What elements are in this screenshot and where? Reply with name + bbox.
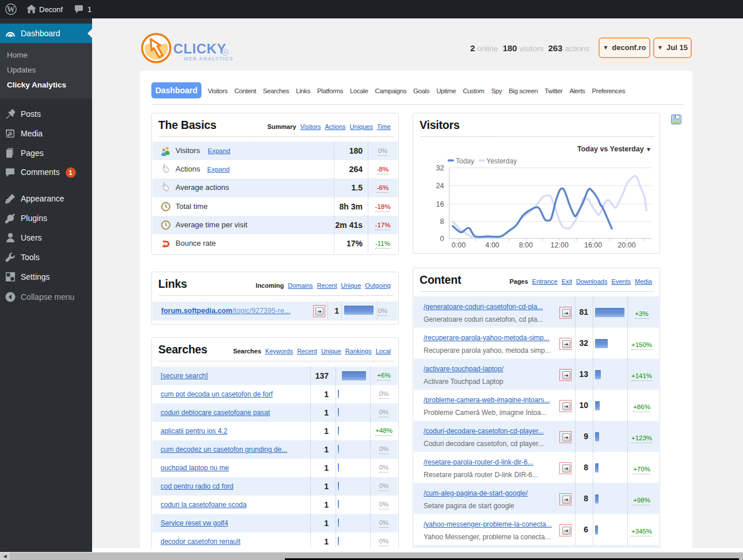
svg-text:0:00: 0:00	[452, 241, 466, 249]
svg-text:16:00: 16:00	[584, 241, 602, 249]
svg-text:32: 32	[436, 164, 444, 172]
svg-text:8:00: 8:00	[519, 241, 533, 249]
svg-text:Yesterday: Yesterday	[486, 157, 517, 165]
svg-text:20:00: 20:00	[618, 241, 635, 249]
svg-text:4:00: 4:00	[485, 241, 499, 249]
svg-text:12:00: 12:00	[551, 241, 569, 249]
svg-text:24: 24	[436, 182, 444, 190]
svg-text:W: W	[7, 5, 15, 14]
svg-text:8: 8	[440, 218, 444, 226]
svg-text:0: 0	[440, 235, 444, 243]
svg-text:16: 16	[436, 200, 444, 208]
svg-text:Today: Today	[456, 157, 474, 165]
